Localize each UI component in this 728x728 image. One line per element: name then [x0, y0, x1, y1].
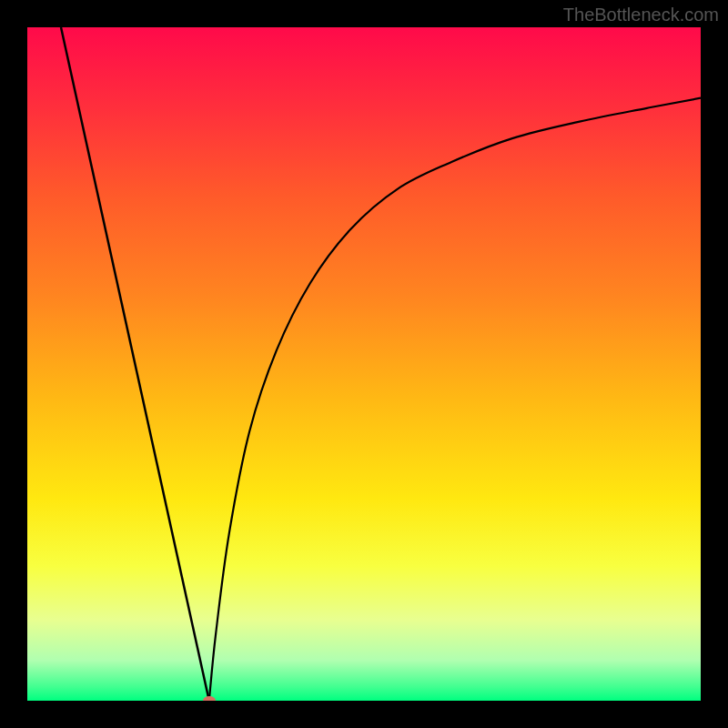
- left-line: [61, 27, 209, 701]
- right-curve: [209, 98, 701, 701]
- watermark-text: TheBottleneck.com: [563, 5, 719, 25]
- curve-overlay: [27, 27, 701, 701]
- minimum-marker: [203, 696, 216, 701]
- plot-area: [27, 27, 701, 701]
